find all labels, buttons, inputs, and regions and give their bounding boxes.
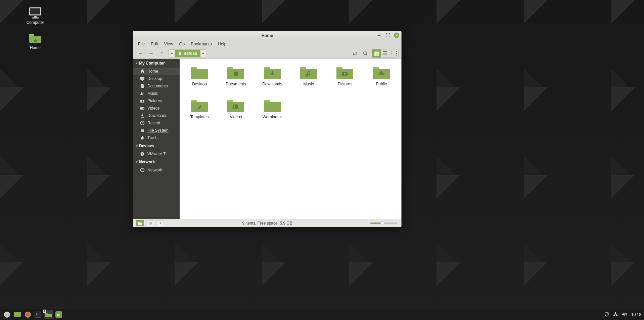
folder-label: Templates [190, 115, 209, 119]
folder-pictures[interactable]: Pictures [329, 65, 361, 86]
folder-downloads[interactable]: Downloads [257, 65, 288, 86]
folder-icon [227, 98, 245, 113]
sidebar-item-label: VMware T… [147, 152, 170, 156]
view-icons-button[interactable]: ▦ [372, 49, 381, 57]
close-sidebar-button[interactable]: ⟩ [156, 220, 164, 226]
tree-toggle-button[interactable]: ⊞ [146, 220, 154, 226]
sidebar-item-downloads[interactable]: Downloads [133, 112, 180, 119]
window-close-button[interactable]: ✕ [394, 33, 399, 38]
svg-line-6 [366, 54, 367, 55]
sidebar-item-label: Recent [147, 121, 160, 125]
mint-logo-icon: m [4, 311, 10, 318]
system-tray: 10:18 [604, 312, 641, 318]
folder-label: Desktop [192, 82, 207, 86]
shield-icon [604, 312, 609, 317]
sidebar-item-trash[interactable]: Trash [133, 134, 180, 142]
svg-rect-49 [613, 315, 615, 316]
sidebar-item-videos[interactable]: Videos [133, 105, 180, 112]
folder-music[interactable]: Music [293, 65, 324, 86]
desktop-icon-home[interactable]: Home [20, 32, 50, 50]
sidebar-item-documents[interactable]: Documents [133, 82, 180, 90]
svg-point-42 [26, 313, 30, 316]
folder-documents[interactable]: Documents [220, 65, 251, 86]
svg-rect-22 [234, 72, 238, 76]
zoom-knob[interactable] [380, 221, 384, 225]
taskbar-files[interactable]: 2 [44, 310, 53, 319]
taskbar-mint-welcome[interactable]: m [54, 310, 63, 319]
show-desktop-button[interactable] [13, 310, 22, 319]
folder-public[interactable]: Public [366, 65, 397, 86]
sidebar-item-label: Documents [147, 84, 168, 88]
sidebar-item-music[interactable]: Music [133, 90, 180, 97]
sidebar-item-label: Network [147, 168, 162, 172]
view-compact-button[interactable]: ⋮⋮ [389, 49, 398, 57]
sidebar-item-desktop[interactable]: Desktop [133, 75, 180, 82]
search-icon [363, 51, 368, 56]
computer-icon [28, 7, 43, 19]
nav-up-button[interactable]: ↑ [157, 49, 166, 57]
menu-go[interactable]: Go [177, 41, 188, 47]
sidebar-item-vmware[interactable]: VMware T… [133, 150, 180, 158]
folder-desktop[interactable]: Desktop [184, 65, 215, 86]
path-prev-button[interactable]: ◂ [169, 51, 175, 55]
sidebar-item-recent[interactable]: Recent [133, 119, 180, 127]
camera-icon [140, 98, 145, 103]
pathbar: ◂ itsfoss ▸ [168, 49, 207, 57]
svg-point-16 [141, 131, 142, 131]
desktop-icon-computer[interactable]: Computer [20, 7, 50, 25]
sidebar-item-home[interactable]: Home [133, 68, 180, 75]
window-maximize-button[interactable]: ⛶ [385, 33, 390, 38]
titlebar[interactable]: Home ━ ⛶ ✕ [133, 31, 401, 40]
zoom-slider[interactable] [370, 223, 397, 224]
disc-icon [140, 152, 145, 156]
terminal-icon: $_ [35, 312, 41, 318]
svg-text:m: m [57, 313, 60, 317]
sidebar-section-devices[interactable]: Devices [133, 142, 180, 150]
status-text: 9 items, Free space: 5.9 GB [166, 221, 368, 226]
svg-rect-7 [140, 77, 144, 80]
sidebar-item-filesystem[interactable]: File System [133, 127, 180, 134]
sidebar-item-label: Downloads [147, 113, 167, 118]
sidebar-section-network[interactable]: Network [133, 158, 180, 166]
desktop-icon-label: Computer [27, 20, 44, 25]
start-menu-button[interactable]: m [3, 310, 11, 319]
window-title: Home [262, 33, 273, 38]
tray-updates-icon[interactable] [604, 312, 609, 318]
toggle-location-button[interactable]: ⇄ [350, 49, 359, 57]
menu-help[interactable]: Help [215, 41, 229, 47]
window-minimize-button[interactable]: ━ [376, 33, 382, 38]
folder-videos[interactable]: Videos [220, 98, 251, 119]
folder-label: Documents [226, 82, 246, 86]
desktop-icon [140, 76, 145, 81]
sidebar-item-label: Desktop [147, 76, 162, 81]
sidebar-item-network[interactable]: Network [133, 166, 180, 174]
places-toggle-button[interactable] [136, 220, 144, 226]
folder-label: Pictures [338, 82, 352, 86]
nav-back-button[interactable]: ← [136, 49, 145, 57]
folder-templates[interactable]: Templates [184, 98, 215, 119]
sidebar-section-my-computer[interactable]: My Computer [133, 59, 180, 68]
svg-rect-50 [616, 315, 617, 316]
menu-edit[interactable]: Edit [148, 41, 161, 47]
taskbar-terminal[interactable]: $_ [34, 310, 42, 319]
tray-volume-icon[interactable] [622, 312, 627, 318]
folder-icon [138, 222, 142, 225]
mint-logo-green-icon: m [55, 311, 62, 318]
menu-view[interactable]: View [162, 41, 176, 47]
menu-file[interactable]: File [135, 41, 147, 47]
menu-bookmarks[interactable]: Bookmarks [188, 41, 215, 47]
svg-point-27 [344, 73, 346, 75]
folder-warpinator[interactable]: Warpinator [257, 98, 288, 119]
sidebar-item-pictures[interactable]: Pictures [133, 97, 180, 105]
search-button[interactable] [361, 49, 370, 57]
nav-forward-button[interactable]: → [147, 49, 155, 57]
drive-icon [140, 128, 145, 133]
path-next-button[interactable]: ▸ [200, 51, 206, 55]
taskbar-firefox[interactable] [24, 310, 32, 319]
svg-point-5 [364, 52, 366, 54]
path-segment-home[interactable]: itsfoss [175, 50, 200, 57]
tray-network-icon[interactable] [613, 312, 618, 318]
sidebar-item-label: Trash [147, 135, 157, 140]
content-area[interactable]: Desktop Documents Downloads Music [180, 59, 401, 219]
clock[interactable]: 10:18 [631, 312, 641, 317]
